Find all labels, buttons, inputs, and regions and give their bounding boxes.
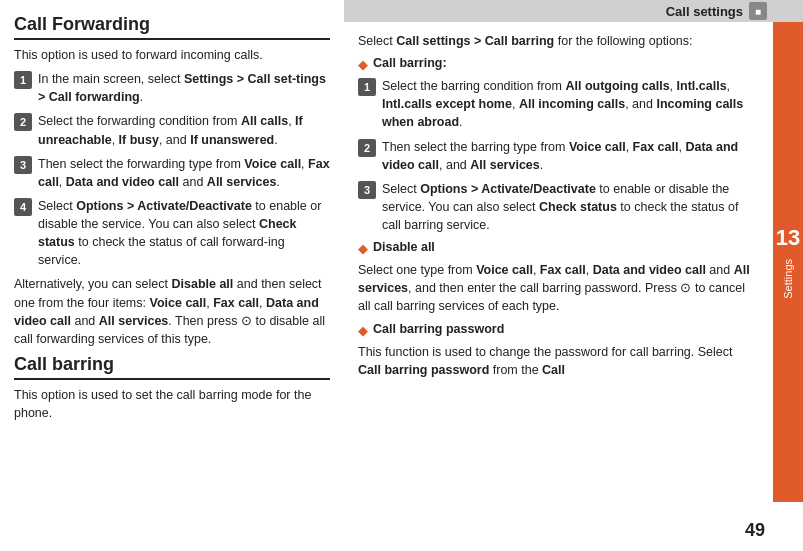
- header-bar: Call settings ■: [344, 0, 803, 22]
- step-2: 2 Select the forwarding condition from A…: [14, 112, 330, 148]
- step-text-4: Select Options > Activate/Deactivate to …: [38, 197, 330, 270]
- left-column: Call Forwarding This option is used to f…: [0, 0, 344, 428]
- side-tab: 13 Settings: [773, 22, 803, 502]
- section2-intro: This option is used to set the call barr…: [14, 386, 330, 422]
- barring-badge-2: 2: [358, 139, 376, 157]
- forwarding-steps: 1 In the main screen, select Settings > …: [14, 70, 330, 269]
- alternatively-text: Alternatively, you can select Disable al…: [14, 275, 330, 348]
- step-text-3: Then select the forwarding type from Voi…: [38, 155, 330, 191]
- side-tab-label: Settings: [782, 259, 794, 299]
- barring-badge-1: 1: [358, 78, 376, 96]
- barring-text-1: Select the barring condition from All ou…: [382, 77, 750, 131]
- diamond-icon-1: ◆: [358, 57, 368, 72]
- bullet-disable-all: ◆ Disable all: [358, 240, 750, 256]
- right-intro: Select Call settings > Call barring for …: [358, 32, 750, 50]
- diamond-icon-2: ◆: [358, 241, 368, 256]
- barring-text-2: Then select the barring type from Voice …: [382, 138, 750, 174]
- section1-title: Call Forwarding: [14, 14, 330, 40]
- side-tab-number: 13: [776, 225, 800, 251]
- barring-text-3: Select Options > Activate/Deactivate to …: [382, 180, 750, 234]
- barring-password-body: This function is used to change the pass…: [358, 343, 750, 379]
- section2-title: Call barring: [14, 354, 330, 380]
- bullet-call-barring-label: Call barring:: [373, 56, 447, 70]
- header-icon: ■: [749, 2, 767, 20]
- page-number: 49: [745, 520, 765, 541]
- bullet-call-barring: ◆ Call barring:: [358, 56, 750, 72]
- header-title: Call settings: [666, 4, 743, 19]
- step-text-1: In the main screen, select Settings > Ca…: [38, 70, 330, 106]
- step-badge-4: 4: [14, 198, 32, 216]
- step-3: 3 Then select the forwarding type from V…: [14, 155, 330, 191]
- barring-step-1: 1 Select the barring condition from All …: [358, 77, 750, 131]
- barring-steps: 1 Select the barring condition from All …: [358, 77, 750, 234]
- bullet-barring-password-label: Call barring password: [373, 322, 504, 336]
- step-badge-3: 3: [14, 156, 32, 174]
- bullet-barring-password: ◆ Call barring password: [358, 322, 750, 338]
- right-column: Select Call settings > Call barring for …: [344, 22, 764, 385]
- barring-step-3: 3 Select Options > Activate/Deactivate t…: [358, 180, 750, 234]
- bullet-disable-all-label: Disable all: [373, 240, 435, 254]
- step-badge-2: 2: [14, 113, 32, 131]
- disable-all-body: Select one type from Voice call, Fax cal…: [358, 261, 750, 315]
- section1-intro: This option is used to forward incoming …: [14, 46, 330, 64]
- step-4: 4 Select Options > Activate/Deactivate t…: [14, 197, 330, 270]
- step-badge-1: 1: [14, 71, 32, 89]
- barring-badge-3: 3: [358, 181, 376, 199]
- barring-step-2: 2 Then select the barring type from Voic…: [358, 138, 750, 174]
- step-text-2: Select the forwarding condition from All…: [38, 112, 330, 148]
- step-1: 1 In the main screen, select Settings > …: [14, 70, 330, 106]
- diamond-icon-3: ◆: [358, 323, 368, 338]
